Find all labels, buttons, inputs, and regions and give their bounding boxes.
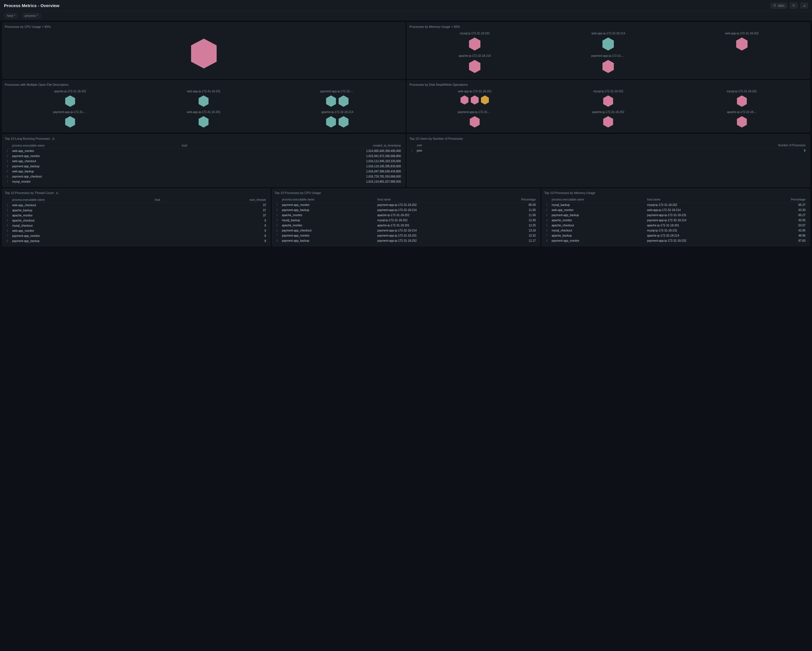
table-row: 3 apache_monitor apache-ip-172-31-18-252… [275, 213, 537, 218]
exe-name: web-app_backup [11, 169, 180, 174]
file-hex-label-4: payment-app-ip-172-31-18-... [53, 110, 87, 114]
memory-hex-group-2: web-app-ip-172-32-18-214 [543, 32, 673, 51]
long-running-body: 1 web-app_monitor 1,614,665,600,358,490,… [5, 148, 403, 184]
file-hex-group-1: apache-ip-172-31-18-201 [5, 90, 136, 108]
exe-name: apache_checkout [11, 218, 153, 223]
filter-process[interactable]: process * [21, 13, 41, 18]
file-hexagon-2[interactable] [198, 95, 209, 108]
disk-hexagon-4[interactable] [469, 115, 481, 128]
time-value: -60m [777, 4, 785, 8]
row-num: 5 [5, 223, 11, 228]
file-hexagon-4[interactable] [64, 115, 76, 128]
disk-hexagon-5[interactable] [603, 115, 614, 128]
col-hostname-m: host.name [645, 197, 759, 203]
cpu-hexagon[interactable] [190, 37, 218, 70]
col-num-m [544, 197, 550, 203]
percentage: 11.56 [490, 213, 537, 218]
file-hexagon-6b[interactable] [338, 115, 349, 128]
exe-name: apache_backup [11, 208, 153, 213]
memory-hexagon-1[interactable] [468, 37, 481, 51]
refresh-button[interactable]: ↻ [790, 3, 798, 9]
file-hexagon-6a[interactable] [325, 115, 337, 128]
disk-hex-group-6: apache-ip-172-32-18-... [676, 110, 807, 128]
memory-hex-label-5: payment-app-ip-172-31-18-... [591, 54, 625, 57]
disk-hex-label-5: apache-ip-172-31-18-252 [592, 110, 624, 114]
percentage: 11.17 [490, 238, 537, 243]
disk-hexagon-3[interactable] [736, 95, 748, 108]
svg-marker-2 [603, 38, 614, 50]
percentage: 48.96 [759, 233, 807, 238]
disk-hex-group-4: payment-app-ip-172-31-18-... [409, 110, 540, 128]
disk-hexagon-1c[interactable] [481, 95, 490, 105]
disk-hexagon-1a[interactable] [460, 95, 469, 105]
row-num: 8 [544, 238, 550, 243]
disk-hexagon-2[interactable] [603, 95, 614, 108]
disk-hex-label-3: mysql-ip-172-31-18-201 [727, 90, 757, 93]
table-row: 7 mysql_monitor 1,615,110,881,027,880,50… [5, 179, 403, 184]
hostname: apache-ip-172-31-18-201 [375, 223, 490, 228]
memory-hexagon-5[interactable] [601, 59, 615, 74]
col-exe-t: process.executable.name [11, 197, 153, 203]
table-row: 1 web-app_monitor 1,614,665,600,358,490,… [5, 148, 403, 154]
table-row: 6 web-app_monitor 9 [5, 228, 268, 234]
file-hexagon-1[interactable] [64, 95, 76, 108]
exe-name: mysql_backup [550, 203, 645, 208]
percentage: 53.07 [759, 223, 807, 228]
table-row: 6 payment-app_checkout 1,616,729,781,916… [5, 174, 403, 179]
clock-icon: ⏱ [773, 4, 776, 8]
table-row: 5 web-app_backup 1,616,047,586,630,434,8… [5, 169, 403, 174]
memory-hexagon-3[interactable] [735, 37, 748, 51]
exe-name: payment-app_backup [280, 208, 375, 213]
file-hexagon-3a[interactable] [325, 95, 337, 108]
row-num: 1 [5, 148, 11, 154]
col-host: host [180, 143, 222, 148]
disk-hexagon-1b[interactable] [470, 95, 479, 105]
host-val [153, 238, 188, 244]
svg-marker-19 [470, 116, 480, 128]
memory-hexagon-4[interactable] [468, 59, 481, 74]
exe-name: payment-app_monitor [550, 238, 645, 243]
file-hexagon-5[interactable] [198, 115, 209, 128]
memory-hex-group-1: mysql-ip-172-31-18-201 [409, 32, 540, 51]
thread-header-row: process.executable.name host num_threads [5, 197, 268, 203]
table-row: 5 apache_monitor apache-ip-172-31-18-201… [275, 223, 537, 228]
col-num-c [275, 197, 280, 203]
file-hexagon-3b[interactable] [338, 95, 349, 108]
table-row: 1 mysql_backup mysql-ip-172-31-18-252 65… [544, 203, 807, 208]
exe-name: mysql_backup [280, 218, 375, 223]
hostname: payment-app-ip-172-32-18-214 [375, 208, 490, 213]
row-num: 3 [5, 159, 11, 164]
host-val [180, 154, 222, 159]
thread-table-wrapper[interactable]: process.executable.name host num_threads… [5, 197, 268, 244]
svg-marker-3 [736, 38, 748, 50]
filter-button[interactable]: ⊿ [800, 3, 808, 9]
memory-hex-group-5: payment-app-ip-172-31-18-... [543, 54, 673, 74]
row-num: 4 [5, 218, 11, 223]
hostname: payment-app-ip-172-31-18-252 [375, 203, 490, 208]
filter-host[interactable]: host * [4, 13, 18, 18]
percentage: 45.95 [759, 218, 807, 223]
time-control-button[interactable]: ⏱ -60m [771, 3, 787, 9]
table-row-1: Top 10 Long Running Processes ⚠ process.… [0, 134, 812, 189]
percentage: 85.00 [490, 203, 537, 208]
cpu-top10-wrapper[interactable]: process.executable.name host.name Percen… [275, 197, 537, 243]
table-row: 6 mysql_checkout mysql-ip-172-31-18-231 … [544, 228, 807, 233]
file-descriptors-panel: Processes with Multiple Open File Descri… [2, 80, 405, 132]
col-user: user [415, 142, 504, 148]
hostname: payment-app-ip-172-31-18-252 [375, 238, 490, 243]
file-hex-group-2: web-app-ip-172-31-18-231 [138, 90, 269, 108]
disk-hex-group-2: mysql-ip-172-31-18-252 [543, 90, 673, 108]
table-row: 1 john 9 [409, 148, 807, 153]
disk-hexagon-6[interactable] [736, 115, 748, 128]
file-hex-group-4: payment-app-ip-172-31-18-... [5, 110, 136, 128]
disk-hex-row-1 [460, 95, 490, 105]
row-num: 2 [5, 208, 11, 213]
memory-hexagon-2[interactable] [601, 37, 615, 51]
col-exe-c: process.executable.name [280, 197, 375, 203]
col-num [5, 143, 11, 148]
long-running-table-wrapper[interactable]: process.executable.name host created_at_… [5, 143, 403, 184]
table-row: 4 apache_monitor payment-app-ip-172-32-1… [544, 218, 807, 223]
file-hex-grid: apache-ip-172-31-18-201 web-app-ip-172-3… [5, 89, 403, 130]
memory-top10-wrapper[interactable]: process.executable.name host.name Percen… [544, 197, 807, 243]
exe-name: apache_monitor [280, 223, 375, 228]
